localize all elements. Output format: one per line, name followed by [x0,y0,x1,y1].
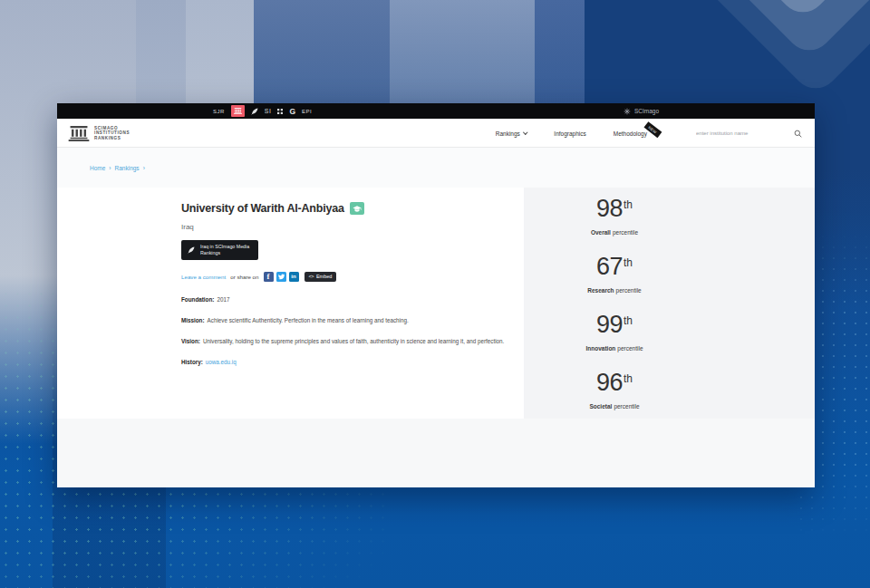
sir-logo-text: SCIMAGO INSTITUTIONS RANKINGS [94,126,130,141]
nav-rankings[interactable]: Rankings [496,130,527,137]
scimago-logo-label: SCImago [634,108,659,114]
media-quill-icon[interactable] [251,108,258,115]
breadcrumb-separator: › [109,165,111,171]
percentiles-panel: 98th Overallpercentile 67th Researchperc… [524,188,815,419]
breadcrumb-separator: › [143,165,145,171]
grid-icon[interactable] [277,109,283,114]
history-field: History:uowa.edu.iq [181,358,520,367]
graduation-cap-icon [353,205,362,213]
site-header: SCIMAGO INSTITUTIONS RANKINGS Rankings I… [57,119,815,148]
breadcrumb-rankings[interactable]: Rankings [115,165,140,171]
chevron-down-icon [523,130,527,135]
scimago-icon [624,108,631,115]
page-lower-area [57,419,815,487]
university-type-badge[interactable] [350,202,364,215]
media-rankings-button-label: Iraq in SCImago Media Rankings [200,244,249,256]
foundation-field: Foundation:2017 [181,295,520,304]
epi-link[interactable]: EPI [302,109,312,114]
scimago-logo[interactable]: SCImago [624,103,659,119]
nav-methodology[interactable]: Methodology NEW [614,130,647,137]
sjr-link[interactable]: SJR [213,109,225,114]
embed-button-label: Embed [316,274,332,279]
main-content: University of Warith Al-Anbiyaa Iraq [57,188,815,419]
chevron-shape-1 [624,0,870,98]
si-link[interactable]: SI [265,108,272,114]
institution-panel: University of Warith Al-Anbiyaa Iraq [57,188,524,419]
linkedin-share-icon[interactable]: in [289,272,299,282]
main-nav: Rankings Infographics Methodology NEW [496,130,802,138]
search-input[interactable] [696,130,787,136]
quill-icon [188,246,195,254]
graphica-link[interactable]: G [289,107,295,116]
media-rankings-button[interactable]: Iraq in SCImago Media Rankings [181,240,258,260]
institution-country: Iraq [181,223,524,231]
institution-name: University of Warith Al-Anbiyaa [181,202,344,215]
breadcrumb: Home › Rankings › [57,148,815,188]
nav-infographics-label: Infographics [554,130,585,137]
share-on-text: or share on [230,274,258,280]
share-row: Leave a comment or share on f in <> Embe… [181,272,524,282]
breadcrumb-home[interactable]: Home [90,165,105,171]
sir-logo[interactable]: SCIMAGO INSTITUTIONS RANKINGS [68,126,130,141]
page-title: University of Warith Al-Anbiyaa [181,202,524,215]
facebook-share-icon[interactable]: f [264,272,274,282]
chevron-shape-2 [617,0,870,60]
leave-comment-link[interactable]: Leave a comment [181,274,226,280]
embed-button[interactable]: <> Embed [304,272,337,282]
mission-field: Mission:Achieve scientific Authenticity.… [181,316,520,325]
nav-methodology-label: Methodology [614,130,647,137]
institution-search [696,130,802,138]
search-icon[interactable] [794,130,802,138]
nav-rankings-label: Rankings [496,130,520,137]
product-links: SJR SI [213,103,312,119]
temple-icon [234,108,242,114]
institution-details: Foundation:2017 Mission:Achieve scientif… [181,295,520,367]
sir-active-tab[interactable] [231,105,245,117]
history-link[interactable]: uowa.edu.iq [206,359,237,365]
societal-percentile: 96th Societalpercentile [524,370,705,410]
innovation-percentile: 99th Innovationpercentile [524,312,705,352]
scimago-product-bar: SJR SI [57,103,815,119]
overall-percentile: 98th Overallpercentile [524,196,705,236]
chevron-shape-3 [611,0,870,22]
code-icon: <> [309,274,314,279]
vision-field: Vision:Universality, holding to the supr… [181,337,520,346]
twitter-share-icon[interactable] [276,272,286,282]
nav-infographics[interactable]: Infographics [554,130,585,137]
temple-logo-icon [68,126,90,141]
research-percentile: 67th Researchpercentile [524,254,705,294]
browser-page: SJR SI [57,103,815,487]
